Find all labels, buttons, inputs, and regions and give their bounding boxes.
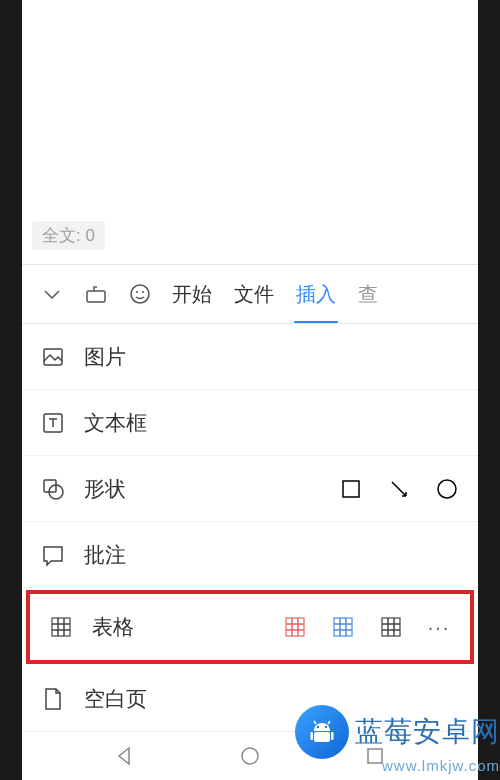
svg-point-3 bbox=[142, 291, 144, 293]
insert-comment[interactable]: 批注 bbox=[22, 522, 478, 588]
table-style-black[interactable] bbox=[376, 612, 406, 642]
keyboard-icon bbox=[83, 281, 109, 307]
tab-partial[interactable]: 查 bbox=[358, 265, 378, 323]
table-more-button[interactable]: ··· bbox=[424, 612, 454, 642]
insert-menu: 图片 文本框 形状 bbox=[22, 324, 478, 732]
insert-textbox-label: 文本框 bbox=[84, 409, 462, 437]
svg-point-9 bbox=[438, 480, 456, 498]
svg-point-2 bbox=[136, 291, 138, 293]
document-canvas[interactable]: 全文: 0 bbox=[22, 0, 478, 264]
textbox-icon bbox=[38, 408, 68, 438]
svg-rect-13 bbox=[382, 618, 400, 636]
tab-start[interactable]: 开始 bbox=[172, 265, 212, 323]
shape-circle-button[interactable] bbox=[432, 474, 462, 504]
shape-icon bbox=[38, 474, 68, 504]
table-style-blue[interactable] bbox=[328, 612, 358, 642]
emoji-button[interactable] bbox=[118, 272, 162, 316]
page-icon bbox=[38, 684, 68, 714]
word-count-value: 0 bbox=[85, 226, 94, 245]
insert-image-label: 图片 bbox=[84, 343, 462, 371]
tab-insert[interactable]: 插入 bbox=[296, 265, 336, 323]
shape-rect-button[interactable] bbox=[336, 474, 366, 504]
table-style-red[interactable] bbox=[280, 612, 310, 642]
shape-line-button[interactable] bbox=[384, 474, 414, 504]
comment-icon bbox=[38, 540, 68, 570]
svg-point-16 bbox=[317, 726, 319, 728]
nav-home-button[interactable] bbox=[225, 731, 275, 780]
svg-rect-12 bbox=[334, 618, 352, 636]
arrow-line-icon bbox=[387, 477, 411, 501]
chevron-down-icon bbox=[40, 282, 64, 306]
editor-toolbar: 开始 文件 插入 查 bbox=[22, 264, 478, 324]
source-watermark: 蓝莓安卓网 www.lmkjw.com bbox=[295, 705, 500, 774]
insert-table-label: 表格 bbox=[92, 613, 280, 641]
more-icon: ··· bbox=[428, 616, 451, 639]
tab-file[interactable]: 文件 bbox=[234, 265, 274, 323]
table-icon bbox=[46, 612, 76, 642]
square-icon bbox=[339, 477, 363, 501]
svg-point-14 bbox=[242, 748, 258, 764]
insert-shape-label: 形状 bbox=[84, 475, 336, 503]
word-count-badge: 全文: 0 bbox=[32, 221, 105, 250]
shape-quick-options bbox=[336, 474, 462, 504]
watermark-title: 蓝莓安卓网 bbox=[355, 713, 500, 751]
nav-back-button[interactable] bbox=[100, 731, 150, 780]
svg-rect-19 bbox=[311, 732, 314, 740]
image-icon bbox=[38, 342, 68, 372]
svg-rect-11 bbox=[286, 618, 304, 636]
svg-rect-20 bbox=[331, 732, 334, 740]
grid-blue-icon bbox=[331, 615, 355, 639]
insert-table[interactable]: 表格 ··· bbox=[30, 594, 470, 660]
insert-shape[interactable]: 形状 bbox=[22, 456, 478, 522]
watermark-subtitle: www.lmkjw.com bbox=[382, 757, 500, 774]
svg-point-1 bbox=[131, 285, 149, 303]
svg-rect-10 bbox=[52, 618, 70, 636]
insert-image[interactable]: 图片 bbox=[22, 324, 478, 390]
svg-rect-8 bbox=[343, 481, 359, 497]
insert-table-highlight: 表格 ··· bbox=[26, 590, 474, 664]
triangle-back-icon bbox=[114, 745, 136, 767]
svg-rect-18 bbox=[314, 732, 330, 742]
circle-home-icon bbox=[239, 745, 261, 767]
table-style-options: ··· bbox=[280, 612, 454, 642]
grid-red-icon bbox=[283, 615, 307, 639]
svg-rect-0 bbox=[87, 291, 105, 302]
insert-comment-label: 批注 bbox=[84, 541, 462, 569]
circle-icon bbox=[435, 477, 459, 501]
word-count-label: 全文: bbox=[42, 226, 85, 245]
android-icon bbox=[306, 716, 338, 748]
insert-textbox[interactable]: 文本框 bbox=[22, 390, 478, 456]
grid-black-icon bbox=[379, 615, 403, 639]
collapse-button[interactable] bbox=[30, 272, 74, 316]
svg-point-17 bbox=[325, 726, 327, 728]
watermark-logo bbox=[295, 705, 349, 759]
keyboard-button[interactable] bbox=[74, 272, 118, 316]
emoji-icon bbox=[127, 281, 153, 307]
